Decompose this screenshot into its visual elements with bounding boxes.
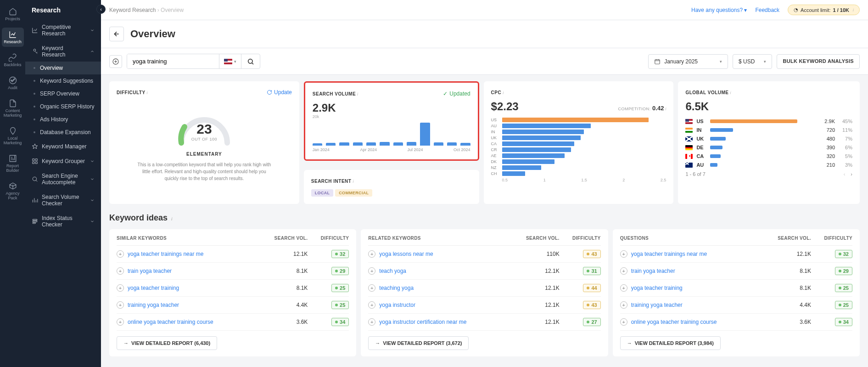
nav-child-database-expansion[interactable]: Database Expansion	[25, 126, 101, 139]
iconbar-item-agency-pack[interactable]: Agency Pack	[2, 179, 24, 203]
add-keyword-button[interactable]: +	[620, 267, 627, 275]
add-keyword-button[interactable]	[109, 55, 122, 68]
iconbar-item-research[interactable]: Research	[2, 28, 24, 47]
currency-select[interactable]: $ USD ▾	[733, 54, 772, 69]
add-keyword-button[interactable]: +	[620, 250, 627, 258]
back-button[interactable]	[109, 27, 124, 41]
sidebar-title: Research	[25, 6, 101, 20]
add-keyword-button[interactable]: +	[117, 267, 124, 275]
info-icon: i	[147, 90, 148, 95]
add-keyword-button[interactable]: +	[117, 318, 124, 326]
cpc-row: CH	[491, 171, 666, 176]
search-button[interactable]	[241, 54, 260, 68]
nav-child-ads-history[interactable]: Ads History	[25, 113, 101, 126]
add-keyword-button[interactable]: +	[620, 318, 627, 326]
difficulty-level: ELEMENTARY	[186, 152, 222, 157]
keyword-link[interactable]: yoga instructor	[379, 302, 518, 308]
questions-link[interactable]: Have any questions? ▾	[691, 7, 747, 13]
cpc-row: NZ	[491, 165, 666, 170]
pager-prev[interactable]: ‹	[844, 171, 846, 177]
keyword-link[interactable]: yoga teacher trainings near me	[631, 251, 770, 257]
col-header: DIFFICULTY	[811, 236, 852, 241]
chevron-icon	[90, 219, 95, 224]
feedback-link[interactable]: Feedback	[755, 7, 779, 13]
keyword-link[interactable]: teach yoga	[379, 268, 518, 274]
sv-value: 8.1K	[266, 285, 308, 291]
nav-keyword-research[interactable]: Keyword Research	[25, 41, 101, 62]
keyword-link[interactable]: online yoga teacher training course	[128, 319, 266, 325]
competition-label: COMPETITION:	[618, 107, 650, 111]
info-icon: i	[503, 90, 504, 95]
search-volume-title: SEARCH VOLUME	[313, 91, 356, 96]
keyword-link[interactable]: yoga teacher training	[128, 285, 266, 291]
keyword-link[interactable]: yoga lessons near me	[379, 251, 518, 257]
keyword-link[interactable]: yoga teacher training	[631, 285, 770, 291]
nav-search-engine-autocomplete[interactable]: Search Engine Autocomplete	[25, 169, 101, 189]
add-keyword-button[interactable]: +	[368, 284, 375, 292]
keyword-link[interactable]: teaching yoga	[379, 285, 518, 291]
pager-next[interactable]: ›	[851, 171, 852, 177]
chevron-icon	[90, 28, 95, 33]
arrow-right-icon: →	[375, 340, 380, 346]
cpc-row: DK	[491, 159, 666, 164]
nav-child-overview[interactable]: Overview	[25, 62, 101, 74]
add-keyword-button[interactable]: +	[117, 301, 124, 309]
col-header: RELATED KEYWORDS	[368, 236, 518, 241]
difficulty-badge: 25	[835, 284, 852, 292]
nav-keyword-grouper[interactable]: Keyword Grouper	[25, 154, 101, 168]
add-keyword-button[interactable]: +	[368, 267, 375, 275]
difficulty-badge: 29	[331, 267, 349, 275]
add-keyword-button[interactable]: +	[117, 284, 124, 292]
iconbar-item-report-builder[interactable]: Report Builder	[2, 152, 24, 175]
nav-child-keyword-suggestions[interactable]: Keyword Suggestions	[25, 74, 101, 87]
global-volume-title: GLOBAL VOLUME	[685, 90, 728, 95]
nav-child-organic-serp-history[interactable]: Organic SERP History	[25, 100, 101, 113]
view-detail-button[interactable]: → VIEW DETAILED REPORT (3,672)	[368, 336, 469, 350]
difficulty-update-button[interactable]: Update	[267, 89, 292, 96]
add-keyword-button[interactable]: +	[368, 318, 375, 326]
difficulty-badge: 43	[583, 250, 600, 258]
sv-value: 8.1K	[266, 268, 308, 274]
nav-competitive-research[interactable]: Competitive Research	[25, 20, 101, 40]
keyword-link[interactable]: train yoga teacher	[128, 268, 266, 274]
breadcrumb-root[interactable]: Keyword Research	[109, 7, 156, 13]
sidebar-collapse-button[interactable]: ‹	[96, 5, 106, 14]
add-keyword-button[interactable]: +	[117, 250, 124, 258]
add-keyword-button[interactable]: +	[620, 301, 627, 309]
nav-search-volume-checker[interactable]: Search Volume Checker	[25, 190, 101, 210]
bar	[313, 143, 322, 146]
keyword-input[interactable]	[127, 54, 219, 68]
iconbar-item-audit[interactable]: Audit	[2, 73, 24, 93]
add-keyword-button[interactable]: +	[368, 250, 375, 258]
keyword-link[interactable]: training yoga teacher	[631, 302, 770, 308]
date-select[interactable]: January 2025 ▾	[648, 54, 728, 69]
add-keyword-button[interactable]: +	[368, 301, 375, 309]
iconbar-item-content-marketing[interactable]: Content Marketing	[2, 96, 24, 120]
ideas-title: Keyword ideas i	[109, 210, 860, 229]
keyword-link[interactable]: online yoga teacher training course	[631, 319, 770, 325]
keyword-link[interactable]: train yoga teacher	[631, 268, 770, 274]
country-select[interactable]: ▾	[219, 54, 241, 68]
add-keyword-button[interactable]: +	[620, 284, 627, 292]
chart-icon	[32, 27, 38, 34]
iconbar-item-backlinks[interactable]: Backlinks	[2, 51, 24, 70]
keyword-link[interactable]: yoga teacher trainings near me	[128, 251, 266, 257]
iconbar-item-projects[interactable]: Projects	[2, 5, 24, 24]
cpc-row: AE	[491, 153, 666, 158]
search-intent-card: SEARCH INTENTi LOCALCOMMERCIAL	[304, 170, 479, 204]
keyword-link[interactable]: training yoga teacher	[128, 302, 266, 308]
search-volume-chart	[313, 123, 470, 146]
cpc-row: UK	[491, 136, 666, 140]
view-detail-button[interactable]: → VIEW DETAILED REPORT (6,430)	[117, 336, 217, 350]
nav-child-serp-overview[interactable]: SERP Overview	[25, 87, 101, 100]
arrow-right-icon: →	[123, 340, 129, 346]
nav-keyword-manager[interactable]: Keyword Manager	[25, 140, 101, 153]
idea-row: +yoga teacher training8.1K25	[620, 280, 852, 297]
view-detail-button[interactable]: → VIEW DETAILED REPORT (3,984)	[620, 336, 721, 350]
account-limit-badge[interactable]: ◔ Account limit: 1 / 10K i	[788, 5, 860, 15]
iconbar-item-local-marketing[interactable]: Local Marketing	[2, 124, 24, 148]
keyword-link[interactable]: yoga instructor certification near me	[379, 319, 518, 325]
nav-index-status-checker[interactable]: Index Status Checker	[25, 211, 101, 231]
gv-row: US2.9K45%	[685, 119, 852, 124]
bulk-analysis-button[interactable]: BULK KEYWORD ANALYSIS	[777, 54, 860, 69]
